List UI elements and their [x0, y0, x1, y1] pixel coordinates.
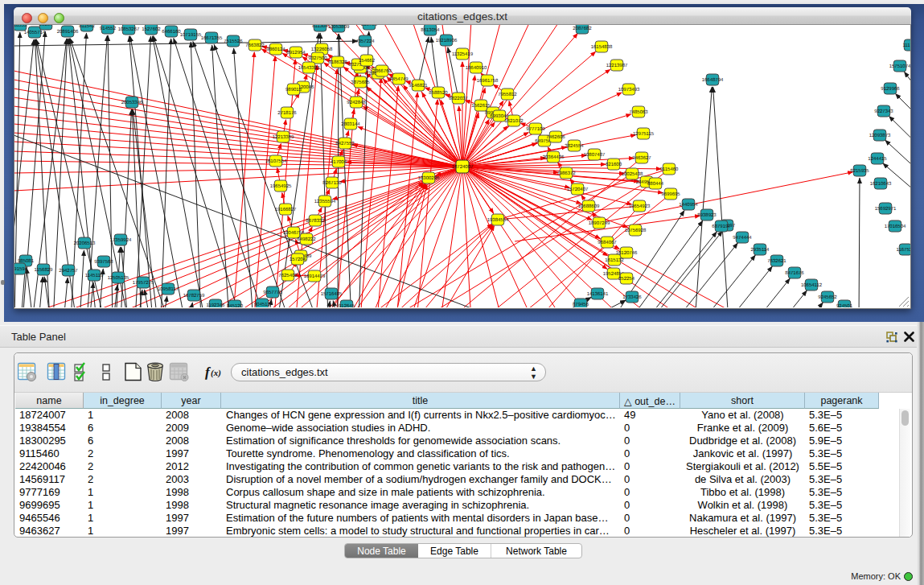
svg-text:8427552: 8427552	[335, 141, 355, 146]
svg-text:9657771: 9657771	[263, 290, 282, 295]
svg-text:12975115: 12975115	[633, 131, 655, 137]
svg-text:9699695: 9699695	[661, 192, 680, 197]
svg-text:621600: 621600	[606, 162, 622, 167]
svg-text:252254: 252254	[618, 276, 635, 282]
svg-text:9397568: 9397568	[94, 259, 113, 265]
svg-text:10853267: 10853267	[118, 27, 140, 32]
svg-text:7955812: 7955812	[498, 92, 517, 97]
svg-text:18640910: 18640910	[466, 65, 487, 71]
svg-text:10053809: 10053809	[328, 25, 350, 30]
svg-text:10025438: 10025438	[622, 171, 643, 177]
svg-text:904512: 904512	[254, 302, 271, 307]
svg-text:2803144: 2803144	[341, 122, 360, 127]
svg-text:19166827: 19166827	[275, 207, 297, 212]
svg-text:12213369: 12213369	[273, 134, 294, 140]
svg-text:7986372: 7986372	[556, 171, 576, 176]
svg-text:15692971: 15692971	[875, 206, 897, 212]
svg-text:8613054: 8613054	[421, 27, 440, 33]
svg-text:1615132: 1615132	[605, 257, 624, 263]
svg-text:8471676: 8471676	[785, 270, 804, 276]
svg-text:15751074: 15751074	[889, 64, 910, 69]
svg-text:17957275: 17957275	[133, 280, 154, 286]
svg-text:16210643: 16210643	[870, 181, 892, 187]
svg-text:879456: 879456	[573, 302, 589, 307]
svg-text:15716485: 15716485	[321, 291, 343, 297]
svg-text:18724007: 18724007	[452, 164, 474, 170]
svg-text:9245652: 9245652	[818, 295, 837, 300]
svg-text:10719155: 10719155	[180, 32, 202, 38]
svg-text:14055714: 14055714	[24, 30, 46, 35]
svg-text:9860124: 9860124	[266, 47, 285, 52]
svg-text:10807487: 10807487	[584, 152, 606, 158]
svg-text:10973493: 10973493	[618, 87, 640, 93]
svg-text:8938923: 8938923	[697, 212, 717, 218]
svg-text:991594: 991594	[14, 266, 28, 272]
svg-text:17359924: 17359924	[110, 237, 132, 243]
svg-text:19384554: 19384554	[487, 217, 509, 223]
svg-text:6466160: 6466160	[162, 29, 181, 35]
svg-text:10958117: 10958117	[158, 286, 179, 292]
svg-text:8454749: 8454749	[389, 76, 409, 82]
svg-text:912645: 912645	[339, 303, 355, 307]
svg-text:7625402: 7625402	[278, 273, 298, 278]
svg-text:8267130: 8267130	[322, 180, 342, 186]
svg-text:20891406: 20891406	[57, 29, 79, 35]
svg-text:12505135: 12505135	[108, 275, 129, 281]
svg-text:8822037: 8822037	[449, 96, 468, 101]
svg-text:1440954: 1440954	[679, 202, 698, 208]
svg-text:14136141: 14136141	[587, 291, 609, 297]
svg-text:154662: 154662	[359, 58, 376, 64]
svg-text:20364436: 20364436	[543, 154, 565, 160]
svg-text:9129966: 9129966	[881, 86, 900, 92]
svg-text:12355594: 12355594	[314, 199, 336, 204]
svg-text:16961758: 16961758	[477, 78, 499, 84]
svg-text:989015: 989015	[285, 87, 302, 93]
svg-text:914552: 914552	[100, 26, 117, 31]
svg-text:8186328: 8186328	[328, 60, 347, 65]
svg-text:18300295: 18300295	[418, 175, 440, 181]
svg-text:9227343: 9227343	[874, 109, 893, 114]
svg-text:811304: 811304	[312, 25, 328, 29]
svg-text:9684067: 9684067	[598, 240, 617, 245]
svg-text:1167534: 1167534	[897, 247, 910, 253]
svg-text:16782759: 16782759	[183, 293, 205, 299]
svg-text:3875685: 3875685	[351, 80, 370, 85]
svg-text:19218906: 19218906	[436, 38, 458, 43]
svg-text:1621072: 1621072	[504, 118, 524, 124]
svg-text:8588520: 8588520	[429, 90, 448, 96]
svg-text:7357224: 7357224	[355, 39, 375, 44]
svg-text:9327500: 9327500	[308, 56, 327, 61]
svg-text:924501: 924501	[836, 303, 853, 307]
svg-text:16543382: 16543382	[298, 65, 320, 71]
svg-text:3824554: 3824554	[565, 143, 584, 149]
svg-text:111752: 111752	[902, 43, 910, 48]
svg-text:10756928: 10756928	[625, 228, 647, 233]
svg-text:19654923: 19654923	[629, 204, 651, 209]
svg-text:7663822: 7663822	[245, 43, 265, 48]
svg-text:417004: 417004	[331, 159, 347, 165]
svg-text:2718176: 2718176	[277, 110, 297, 116]
svg-text:8678332: 8678332	[306, 218, 325, 224]
svg-text:157204: 157204	[290, 257, 306, 262]
svg-text:15720407: 15720407	[567, 187, 589, 192]
svg-text:16671355: 16671355	[201, 35, 223, 41]
svg-text:9146821: 9146821	[409, 83, 428, 89]
svg-text:9115460: 9115460	[660, 167, 680, 172]
svg-text:6879197: 6879197	[712, 224, 731, 229]
svg-text:20553: 20553	[14, 25, 27, 28]
svg-text:880444: 880444	[647, 181, 664, 187]
svg-text:2087682: 2087682	[573, 26, 592, 31]
svg-text:8498222: 8498222	[297, 237, 316, 242]
svg-text:7515526: 7515526	[224, 39, 243, 44]
svg-text:13226058: 13226058	[311, 47, 333, 52]
svg-text:9463627: 9463627	[632, 155, 651, 161]
svg-text:1192346: 1192346	[207, 303, 226, 307]
svg-text:1156829: 1156829	[35, 267, 54, 273]
svg-text:17016504: 17016504	[885, 224, 906, 229]
svg-text:9777109: 9777109	[526, 126, 545, 132]
svg-text:215736: 215736	[361, 25, 378, 27]
svg-text:8215935: 8215935	[850, 168, 869, 174]
svg-text:96187: 96187	[39, 25, 53, 27]
svg-text:7632621: 7632621	[767, 258, 786, 264]
svg-text:7485063: 7485063	[629, 109, 648, 115]
